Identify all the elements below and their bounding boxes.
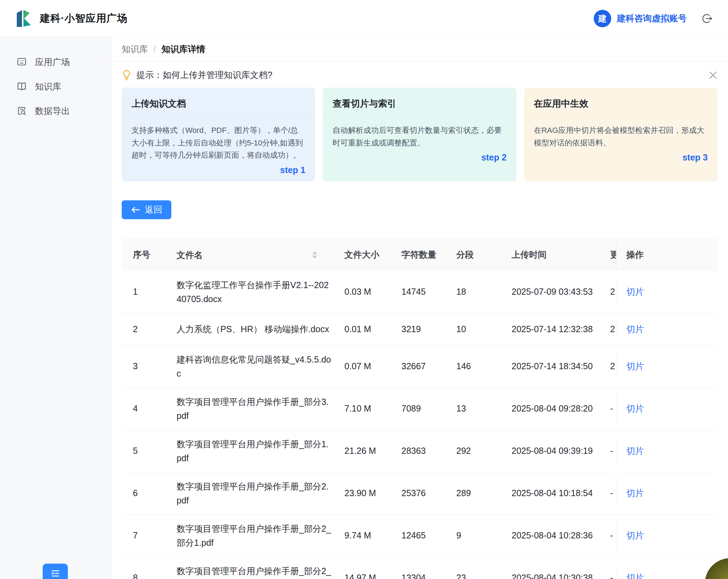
documents-table: 序号 文件名 文件大小 字符数量 分段 上传时间 更 操作 1 数字化监理工作平…: [122, 239, 718, 579]
col-header-actions: 操作: [616, 239, 718, 271]
cell-index: 1: [122, 287, 177, 297]
cell-clipped: -: [610, 403, 616, 414]
cell-filename: 数字项目管理平台用户操作手册_部分2.pdf: [177, 479, 344, 507]
app-window: 建科·小智应用广场 建 建科咨询虚拟账号: [0, 0, 728, 579]
slice-link[interactable]: 切片: [626, 530, 644, 541]
cell-filename: 数字项目管理平台用户操作手册_部分1.pdf: [177, 437, 344, 465]
step-card-apply: 在应用中生效 在RAG应用中切片将会被模型检索并召回，形成大模型对话的依据语料。…: [524, 88, 718, 181]
arrow-left-icon: [131, 206, 140, 214]
slice-link[interactable]: 切片: [626, 445, 644, 457]
cell-charcount: 12465: [401, 530, 456, 541]
cell-uploaded: 2025-08-04 09:28:20: [512, 403, 610, 414]
col-header-filename-label: 文件名: [177, 248, 203, 262]
step-label: step 1: [122, 162, 315, 181]
step-label: step 2: [323, 149, 516, 169]
cell-charcount: 3219: [401, 324, 456, 334]
cell-segments: 292: [456, 446, 512, 456]
cell-charcount: 7089: [401, 403, 456, 414]
book-icon: [16, 81, 27, 92]
cell-charcount: 13304: [401, 573, 456, 579]
cell-filename: 人力系统（PS、HR） 移动端操作.docx: [177, 322, 344, 336]
cell-index: 3: [122, 361, 177, 371]
card-title: 查看切片与索引: [323, 88, 516, 117]
col-header-charcount: 字符数量: [401, 249, 456, 260]
back-button[interactable]: 返回: [122, 200, 171, 219]
col-header-filesize: 文件大小: [344, 249, 401, 260]
cell-index: 8: [122, 573, 177, 579]
step-card-slices: 查看切片与索引 自动解析成功后可查看切片数量与索引状态，必要时可重新生成或调整配…: [323, 88, 516, 181]
sidebar: 应用广场 知识库: [0, 37, 111, 579]
cell-charcount: 14745: [401, 287, 456, 297]
col-header-clipped: 更: [610, 249, 616, 260]
slice-link[interactable]: 切片: [626, 286, 644, 298]
back-button-label: 返回: [145, 204, 162, 215]
col-header-index: 序号: [122, 249, 177, 260]
sort-control[interactable]: [312, 251, 317, 259]
sidebar-item-data-export[interactable]: 数据导出: [0, 99, 111, 123]
cell-filename: 数字项目管理平台用户操作手册_部分2_部分22.pdf: [177, 564, 344, 579]
cell-segments: 289: [456, 488, 512, 498]
slice-link[interactable]: 切片: [626, 323, 644, 335]
cell-clipped: -: [610, 446, 616, 456]
cell-uploaded: 2025-08-04 10:18:54: [512, 488, 610, 498]
cell-uploaded: 2025-07-09 03:43:53: [512, 287, 610, 297]
cell-segments: 18: [456, 287, 512, 297]
tips-section: 提示：如何上传并管理知识库文档? 上传知识文档 支持多种格式（Word、PDF、…: [111, 62, 728, 181]
main-content: 知识库 / 知识库详情 提示：如何上传并管理知识库文档?: [111, 37, 728, 579]
step-cards: 上传知识文档 支持多种格式（Word、PDF、图片等），单个/总大小有上限，上传…: [122, 88, 718, 181]
cell-actions: 切片: [616, 320, 718, 338]
slice-link[interactable]: 切片: [626, 403, 644, 414]
cell-actions: 切片: [616, 522, 718, 550]
cell-index: 7: [122, 530, 177, 541]
brand-logo-icon: [17, 10, 33, 27]
cell-uploaded: 2025-08-04 09:39:19: [512, 446, 610, 456]
table-row: 6 数字项目管理平台用户操作手册_部分2.pdf 23.90 M 25376 2…: [122, 472, 718, 515]
avatar: 建: [594, 10, 611, 27]
brand: 建科·小智应用广场: [17, 10, 128, 27]
cell-charcount: 25376: [401, 488, 456, 498]
cell-filesize: 9.74 M: [344, 530, 401, 541]
col-header-filename: 文件名: [177, 248, 344, 262]
app-header: 建科·小智应用广场 建 建科咨询虚拟账号: [0, 0, 728, 37]
cell-filesize: 7.10 M: [344, 403, 401, 414]
table-row: 1 数字化监理工作平台操作手册V2.1--20240705.docx 0.03 …: [122, 271, 718, 313]
cell-index: 5: [122, 446, 177, 456]
app-title: 建科·小智应用广场: [40, 12, 128, 26]
sidebar-item-app-plaza[interactable]: 应用广场: [0, 50, 111, 74]
collapse-sidebar-icon: [50, 568, 61, 579]
collapse-sidebar-button[interactable]: [43, 564, 68, 579]
cell-clipped: -: [610, 530, 616, 541]
card-title: 上传知识文档: [122, 88, 315, 117]
card-title: 在应用中生效: [524, 88, 718, 117]
sidebar-item-knowledge-base[interactable]: 知识库: [0, 74, 111, 99]
col-header-uploaded: 上传时间: [512, 249, 610, 260]
step-card-upload: 上传知识文档 支持多种格式（Word、PDF、图片等），单个/总大小有上限，上传…: [122, 88, 315, 181]
cell-clipped: 2: [610, 287, 616, 297]
cell-index: 4: [122, 403, 177, 414]
cell-filesize: 0.07 M: [344, 361, 401, 371]
cell-filename: 数字项目管理平台用户操作手册_部分3.pdf: [177, 395, 344, 423]
cell-segments: 146: [456, 361, 512, 371]
cell-index: 2: [122, 324, 177, 334]
cell-actions: 切片: [616, 278, 718, 306]
app-plaza-icon: [16, 56, 27, 67]
table-row: 5 数字项目管理平台用户操作手册_部分1.pdf 21.26 M 28363 2…: [122, 430, 718, 472]
slice-link[interactable]: 切片: [626, 360, 644, 372]
cell-clipped: -: [610, 488, 616, 498]
cell-filesize: 0.01 M: [344, 324, 401, 334]
user-menu[interactable]: 建 建科咨询虚拟账号: [594, 10, 713, 27]
slice-link[interactable]: 切片: [626, 487, 644, 499]
cell-charcount: 32667: [401, 361, 456, 371]
cell-uploaded: 2025-07-14 12:32:38: [512, 324, 610, 334]
cell-filename: 建科咨询信息化常见问题答疑_v4.5.5.doc: [177, 352, 344, 380]
logout-icon[interactable]: [701, 13, 713, 24]
slice-link[interactable]: 切片: [626, 572, 644, 579]
tip-text: 提示：如何上传并管理知识库文档?: [136, 69, 272, 81]
lightbulb-icon: [122, 70, 131, 81]
breadcrumb-parent-link[interactable]: 知识库: [122, 43, 148, 55]
table-row: 7 数字项目管理平台用户操作手册_部分2_部分1.pdf 9.74 M 1246…: [122, 515, 718, 557]
close-icon[interactable]: [708, 71, 718, 80]
cell-actions: 切片: [616, 437, 718, 465]
cell-charcount: 28363: [401, 446, 456, 456]
breadcrumb: 知识库 / 知识库详情: [111, 37, 728, 62]
